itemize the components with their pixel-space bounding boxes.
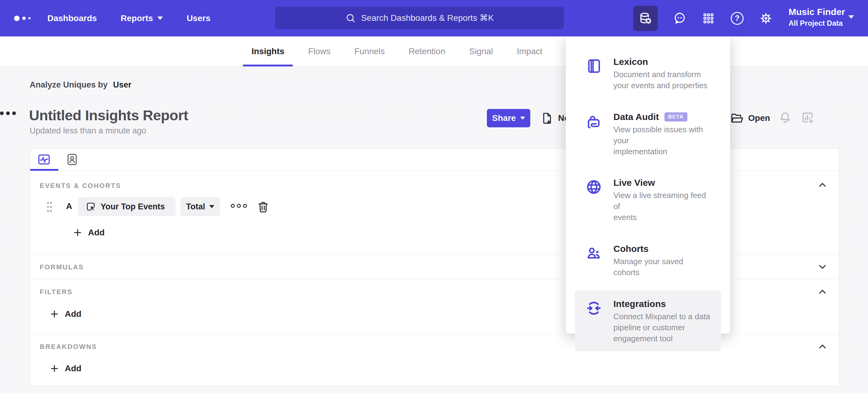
add-filter-button[interactable]: Add	[50, 307, 81, 321]
data-management-button[interactable]	[633, 6, 658, 31]
tab-flows-label: Flows	[308, 47, 331, 56]
menu-item-desc: Manage your saved cohorts	[613, 256, 711, 278]
tab-users-view[interactable]	[65, 152, 79, 167]
menu-item-lexicon[interactable]: Lexicon Document and transform your even…	[575, 48, 721, 99]
breakdowns-header: BREAKDOWNS	[40, 343, 97, 351]
beta-badge: BETA	[664, 112, 687, 121]
trash-icon[interactable]	[256, 200, 270, 214]
open-button[interactable]: Open	[730, 109, 770, 127]
metric-selector[interactable]: Total	[180, 197, 220, 216]
globe-icon	[585, 178, 602, 196]
search-icon	[345, 12, 356, 24]
expand-formulas-button[interactable]	[817, 261, 828, 273]
tab-signal-label: Signal	[469, 47, 493, 56]
menu-item-desc: View a live streaming feed of events	[613, 190, 711, 223]
menu-item-live-view[interactable]: Live View View a live streaming feed of …	[575, 169, 721, 230]
report-tabs: Insights Flows Funnels Retention Signal …	[243, 36, 551, 66]
tab-impact[interactable]: Impact	[508, 36, 551, 66]
add-breakdown-button[interactable]: Add	[50, 362, 81, 375]
project-caret-icon	[848, 15, 854, 19]
add-event-button[interactable]: Add	[73, 226, 104, 240]
collapse-events-button[interactable]	[817, 179, 828, 190]
active-tab-underline	[30, 169, 58, 171]
tab-funnels-label: Funnels	[354, 47, 385, 56]
database-gear-icon	[639, 11, 653, 25]
report-actions: Share New Open	[0, 109, 868, 128]
settings-button[interactable]	[759, 11, 773, 25]
folder-icon	[730, 111, 744, 125]
nav-reports-label: Reports	[121, 13, 153, 23]
data-management-menu: Lexicon Document and transform your even…	[566, 34, 730, 334]
user-card-icon	[65, 152, 79, 167]
nav-users-label: Users	[187, 13, 211, 23]
analyze-label: Analyze Uniques by	[30, 80, 107, 90]
chevron-up-icon	[817, 341, 828, 352]
menu-item-desc: Connect Mixpanel to a data pipeline or c…	[613, 311, 710, 344]
row-options-button[interactable]	[231, 204, 247, 208]
tab-impact-label: Impact	[517, 47, 542, 56]
tab-retention[interactable]: Retention	[400, 36, 454, 66]
mixpanel-logo[interactable]	[14, 0, 31, 36]
menu-item-title: Cohorts	[613, 243, 649, 255]
menu-item-cohorts[interactable]: Cohorts Manage your saved cohorts	[575, 235, 721, 286]
chart-plus-icon	[801, 111, 815, 125]
event-selector[interactable]: Your Top Events	[78, 197, 176, 216]
cohorts-people-icon	[585, 245, 602, 262]
tab-events-view[interactable]	[37, 152, 51, 167]
gear-icon	[759, 11, 773, 25]
menu-item-desc: View possible issues with your implement…	[613, 124, 711, 157]
bell-plus-icon	[778, 111, 792, 125]
help-button[interactable]: ?	[731, 11, 744, 25]
drag-handle-icon[interactable]	[45, 200, 54, 214]
question-mark-icon: ?	[731, 12, 744, 25]
analyze-line: Analyze Uniques by User	[30, 80, 131, 90]
pulse-chart-icon	[37, 152, 51, 167]
analyze-value-selector[interactable]: User	[113, 80, 131, 90]
menu-item-title: Data Audit	[613, 111, 659, 123]
project-scope: All Project Data	[788, 18, 845, 28]
series-letter: A	[66, 201, 72, 211]
caret-down-icon	[157, 17, 163, 20]
integrations-sync-icon	[585, 300, 602, 317]
chat-smiley-icon	[673, 11, 686, 25]
share-button[interactable]: Share	[487, 109, 530, 127]
report-tabstrip: Insights Flows Funnels Retention Signal …	[0, 36, 868, 66]
events-cohorts-header: EVENTS & COHORTS	[40, 182, 121, 190]
more-options-button[interactable]	[0, 109, 17, 117]
menu-item-title: Integrations	[613, 298, 666, 310]
menu-item-title: Lexicon	[613, 56, 648, 68]
add-label: Add	[65, 309, 81, 319]
nav-dashboards[interactable]: Dashboards	[48, 13, 97, 23]
collapse-breakdowns-button[interactable]	[817, 341, 828, 352]
tab-signal[interactable]: Signal	[461, 36, 501, 66]
grid-icon	[702, 12, 715, 25]
file-plus-icon	[540, 111, 554, 125]
apps-grid-button[interactable]	[702, 11, 715, 25]
tab-insights[interactable]: Insights	[243, 36, 293, 66]
chevron-up-icon	[817, 179, 828, 190]
search-input[interactable]: Search Dashboards & Reports ⌘K	[275, 7, 564, 29]
menu-item-desc: Document and transform your events and p…	[613, 69, 708, 91]
nav-users[interactable]: Users	[187, 13, 211, 23]
chevron-up-icon	[817, 286, 828, 297]
menu-item-data-audit[interactable]: Data Audit BETA View possible issues wit…	[575, 104, 721, 165]
filters-header: FILTERS	[40, 288, 73, 296]
project-selector[interactable]: Music Finder All Project Data	[788, 5, 845, 28]
add-label: Add	[65, 364, 81, 373]
menu-item-integrations[interactable]: Integrations Connect Mixpanel to a data …	[575, 290, 721, 352]
feedback-button[interactable]	[673, 11, 686, 25]
metric-value: Total	[186, 202, 206, 212]
collapse-filters-button[interactable]	[817, 286, 828, 297]
add-alert-button[interactable]	[778, 111, 792, 125]
nav-icon-group: ?	[633, 0, 773, 36]
nav-dashboards-label: Dashboards	[48, 13, 97, 23]
event-name: Your Top Events	[100, 202, 165, 212]
add-to-dashboard-button[interactable]	[801, 111, 815, 125]
lexicon-book-icon	[585, 58, 602, 75]
tab-funnels[interactable]: Funnels	[346, 36, 393, 66]
nav-reports[interactable]: Reports	[121, 13, 163, 23]
plus-icon	[50, 364, 59, 373]
tab-flows[interactable]: Flows	[300, 36, 339, 66]
formulas-header: FORMULAS	[40, 263, 84, 271]
data-audit-icon	[585, 113, 602, 130]
